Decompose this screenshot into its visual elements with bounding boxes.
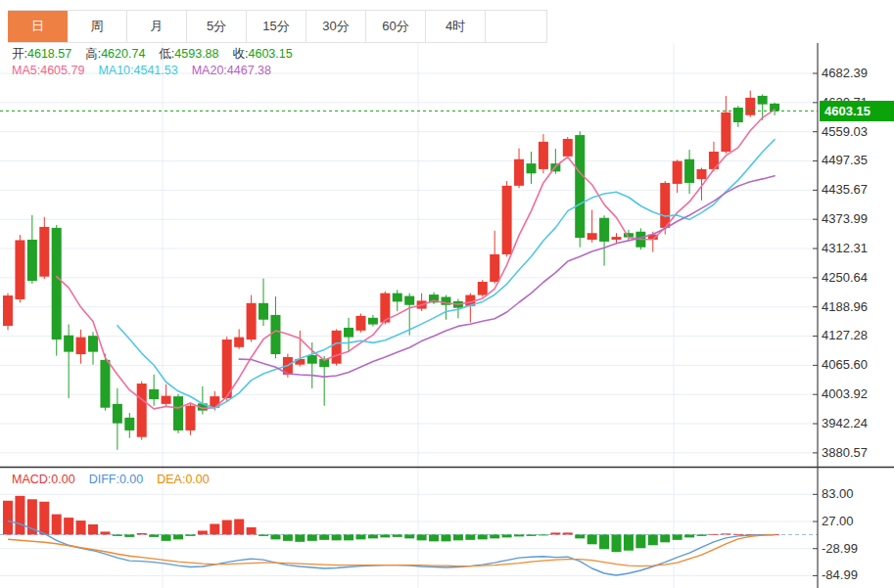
ma-readout: MA5:4605.79MA10:4541.53MA20:4467.38 bbox=[12, 63, 271, 78]
candle-body bbox=[332, 331, 342, 364]
candle-body bbox=[185, 406, 195, 430]
axis-label: 4435.67 bbox=[822, 182, 868, 197]
tab-60min[interactable]: 60分 bbox=[366, 11, 426, 42]
legend-item: MA20:4467.38 bbox=[192, 63, 271, 78]
macd-bar bbox=[368, 534, 378, 538]
macd-bar bbox=[100, 531, 110, 534]
macd-bar bbox=[490, 534, 499, 538]
legend-item: 收:4603.15 bbox=[233, 46, 293, 62]
tab-bar-filler bbox=[486, 11, 547, 42]
ohlc-readout: 开:4618.57高:4620.74低:4593.88收:4603.15 bbox=[12, 46, 293, 62]
tab-week[interactable]: 周 bbox=[68, 11, 127, 42]
macd-bar bbox=[648, 534, 658, 545]
axis-label: 27.00 bbox=[822, 514, 854, 528]
macd-bar bbox=[210, 524, 219, 535]
candle-body bbox=[721, 113, 730, 152]
macd-bar bbox=[453, 534, 463, 540]
candle-body bbox=[673, 161, 682, 184]
candle-body bbox=[247, 303, 257, 339]
candle-body bbox=[526, 163, 536, 173]
candle-body bbox=[234, 338, 244, 347]
macd-bar bbox=[539, 534, 548, 535]
macd-bar bbox=[697, 534, 707, 535]
axis-label: 4373.99 bbox=[822, 211, 868, 226]
candle-body bbox=[733, 108, 743, 122]
candle-body bbox=[100, 360, 110, 408]
interval-tab-bar: 日周月5分15分30分60分4时 bbox=[8, 10, 547, 43]
macd-bar bbox=[247, 527, 257, 534]
candle-body bbox=[404, 296, 414, 305]
candle-body bbox=[113, 404, 122, 424]
candle-body bbox=[52, 228, 62, 339]
macd-bar bbox=[465, 534, 475, 539]
candlestick-chart[interactable]: 4682.394620.714559.034497.354435.674373.… bbox=[0, 0, 894, 588]
candle-body bbox=[502, 186, 512, 254]
tab-15min[interactable]: 15分 bbox=[247, 11, 306, 42]
macd-bar bbox=[355, 534, 365, 539]
candle-body bbox=[124, 418, 134, 430]
macd-bar bbox=[417, 534, 427, 540]
macd-bar bbox=[173, 534, 183, 539]
candle-body bbox=[697, 169, 707, 179]
macd-bar bbox=[137, 533, 147, 534]
axis-label: 3880.57 bbox=[822, 445, 868, 460]
candle-body bbox=[259, 303, 268, 320]
macd-bar bbox=[319, 534, 329, 539]
candle-body bbox=[344, 328, 353, 338]
macd-bar bbox=[283, 534, 293, 540]
macd-bar bbox=[635, 534, 645, 548]
candle-body bbox=[64, 336, 73, 352]
axis-label: 3942.24 bbox=[822, 416, 868, 430]
macd-bar bbox=[441, 534, 450, 541]
macd-bar bbox=[15, 496, 24, 535]
macd-bar bbox=[478, 534, 488, 539]
macd-bar bbox=[429, 534, 439, 541]
axis-label: -84.99 bbox=[822, 567, 858, 582]
macd-bar bbox=[259, 534, 268, 535]
candle-body bbox=[149, 389, 159, 399]
macd-bar bbox=[185, 534, 195, 535]
candle-body bbox=[88, 336, 98, 351]
macd-bar bbox=[270, 534, 280, 539]
macd-readout: MACD:0.00DIFF:0.00DEA:0.00 bbox=[12, 472, 210, 487]
macd-bar bbox=[393, 534, 402, 536]
macd-bar bbox=[198, 530, 208, 534]
macd-bar bbox=[222, 520, 232, 535]
macd-bar bbox=[733, 534, 743, 535]
legend-item: MACD:0.00 bbox=[12, 472, 75, 487]
axis-label: 4312.31 bbox=[822, 241, 868, 255]
candle-body bbox=[599, 218, 609, 242]
legend-item: 低:4593.88 bbox=[159, 46, 218, 62]
tab-30min[interactable]: 30分 bbox=[306, 11, 366, 42]
candle-body bbox=[758, 96, 768, 105]
axis-label: -28.99 bbox=[822, 541, 858, 556]
macd-bar bbox=[563, 532, 573, 534]
axis-label: 4497.35 bbox=[822, 153, 868, 167]
ma5-line bbox=[57, 110, 775, 409]
legend-item: 开:4618.57 bbox=[12, 46, 71, 62]
tab-day[interactable]: 日 bbox=[8, 11, 68, 42]
axis-label: 4682.39 bbox=[822, 66, 868, 80]
macd-bar bbox=[673, 534, 682, 539]
last-price-badge: 4603.15 bbox=[820, 101, 894, 121]
macd-bar bbox=[52, 515, 62, 535]
macd-bar bbox=[514, 534, 524, 536]
macd-bar bbox=[660, 534, 670, 542]
macd-bar bbox=[295, 534, 305, 541]
axis-label: 4188.96 bbox=[822, 299, 868, 314]
tab-month[interactable]: 月 bbox=[127, 11, 187, 42]
macd-bar bbox=[599, 534, 609, 549]
chart-window: 4682.394620.714559.034497.354435.674373.… bbox=[0, 0, 894, 588]
legend-item: MA10:4541.53 bbox=[98, 63, 177, 78]
macd-bar bbox=[39, 502, 49, 535]
tab-4hour[interactable]: 4时 bbox=[426, 11, 486, 42]
macd-bar bbox=[404, 534, 414, 538]
macd-bar bbox=[575, 534, 585, 538]
macd-bar bbox=[124, 534, 134, 536]
candle-body bbox=[15, 240, 24, 298]
macd-bar bbox=[307, 534, 317, 540]
tab-5min[interactable]: 5分 bbox=[187, 11, 247, 42]
macd-bar bbox=[344, 534, 353, 540]
candle-body bbox=[270, 315, 280, 354]
candle-body bbox=[539, 142, 548, 169]
